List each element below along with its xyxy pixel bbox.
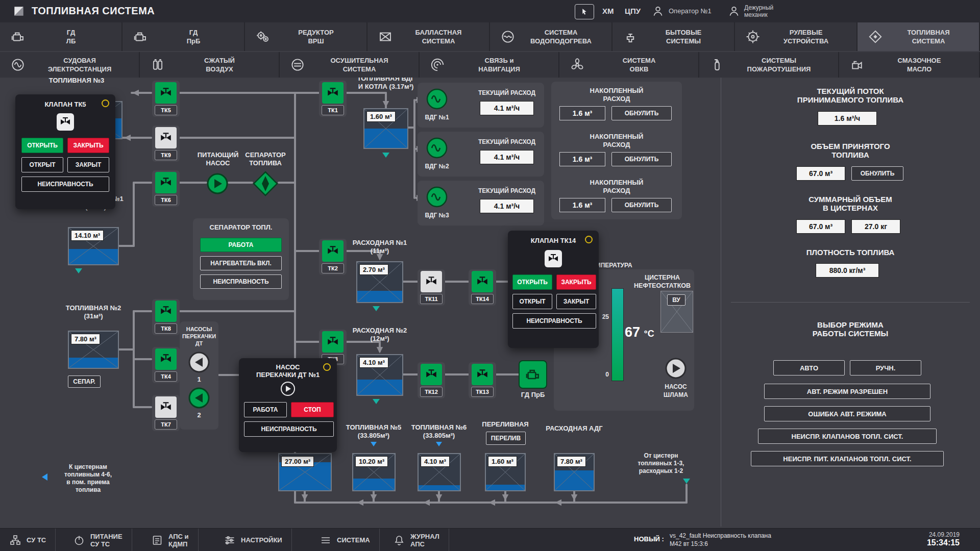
tab-power-plant[interactable]: СУДОВАЯЭЛЕКТРОСТАНЦИЯ [0, 52, 140, 78]
reset-button[interactable]: ОБНУЛИТЬ [611, 106, 672, 120]
cpu-indicator[interactable]: ЦПУ [625, 7, 641, 15]
flow-label: ТЕКУЩИЙ РАСХОД [474, 187, 540, 195]
tank-service2-value: 4.10 м³ [359, 357, 388, 368]
footer-item-aps-kdmp[interactable]: АПС иКДМП [142, 529, 199, 551]
tank-service2: 4.10 м³ [356, 354, 403, 396]
feed-pump-label: ПИТАЮЩИЙНАСОС [195, 151, 241, 167]
footer-item-su-ts[interactable]: СУ ТС [0, 529, 56, 551]
accumulated2-value: 1.6 м³ [559, 152, 605, 166]
alarm-message[interactable]: vs_42_fault Неисправность клапанаМ42 вт … [670, 532, 771, 548]
footer-item-system[interactable]: СИСТЕМА [310, 529, 380, 551]
valve-label: ТК6 [155, 195, 177, 205]
duty-mechanic-icon [727, 5, 741, 18]
level-arrow-icon [373, 306, 380, 311]
auto-error-indicator: ОШИБКА АВТ. РЕЖИМА [764, 406, 930, 421]
stop-command-button[interactable]: СТОП [291, 402, 334, 417]
from-tanks-note: От цистернтопливных 1-3,расходных 1-2 [628, 452, 694, 475]
page-title: ТОПЛИВНАЯ СИСТЕМА [32, 5, 155, 17]
feed-pump[interactable] [206, 172, 229, 195]
fault-indicator: НЕИСПРАВНОСТЬ [21, 177, 109, 192]
tab-hvac[interactable]: СИСТЕМАОВКВ [559, 52, 699, 78]
run-command-button[interactable]: РАБОТА [244, 402, 287, 417]
fill-arrow-icon [371, 442, 377, 446]
valve-tk4[interactable]: ТК4 [152, 347, 180, 383]
operator-name: Оператор №1 [669, 8, 712, 15]
transfer-pump-2[interactable] [188, 387, 210, 409]
transfer-pump-1[interactable] [188, 351, 210, 373]
close-command-button[interactable]: ЗАКРЫТЬ [556, 274, 596, 290]
main-engine-prb[interactable] [519, 360, 547, 389]
valve-tk13[interactable]: ТК13 [469, 362, 496, 398]
level-arrow-icon [75, 268, 82, 273]
pin-icon[interactable] [102, 99, 109, 107]
engine-icon [10, 29, 26, 44]
valve-closed-icon [421, 271, 442, 292]
menu-icon [320, 534, 332, 546]
tab-steering[interactable]: РУЛЕВЫЕУСТРОЙСТВА [735, 22, 857, 51]
footer-item-power[interactable]: ПИТАНИЕСУ ТС [64, 529, 132, 551]
tab-water-heating[interactable]: СИСТЕМАВОДОПОДОГРЕВА [490, 22, 612, 51]
valve-tk5[interactable]: ТК5 [152, 81, 180, 117]
oil-icon [849, 57, 865, 72]
valve-tk1[interactable]: ТК1 [319, 81, 347, 117]
generator-icon [426, 186, 448, 208]
pin-icon[interactable] [585, 236, 593, 243]
valve-tk8[interactable]: ТК8 [152, 299, 180, 335]
valve-open-icon [155, 82, 177, 104]
valve-tk7[interactable]: ТК7 [152, 395, 180, 431]
valve-tk6[interactable]: ТК6 [152, 170, 180, 207]
ship-wheel-icon [745, 29, 761, 44]
tab-drainage-system[interactable]: ОСУШИТЕЛЬНАЯСИСТЕМА [280, 52, 420, 78]
manual-mode-button[interactable]: РУЧН. [850, 360, 921, 375]
reset-button[interactable]: ОБНУЛИТЬ [611, 152, 672, 166]
cursor-mode-button[interactable] [575, 4, 594, 19]
valve-tk12[interactable]: ТК12 [418, 362, 445, 398]
fuel-separator[interactable] [252, 170, 279, 197]
tab-fuel-system[interactable]: ТОПЛИВНАЯСИСТЕМА [857, 22, 980, 51]
popup-title: КЛАПАН ТК5 [15, 101, 115, 108]
document-icon [151, 534, 163, 546]
sludge-pump[interactable] [665, 357, 687, 380]
tab-comms-navigation[interactable]: СВЯЗЬ иНАВИГАЦИЯ [420, 52, 559, 78]
pump1-number: 1 [180, 375, 218, 384]
tab-gd-prb[interactable]: ГДПрБ [122, 22, 245, 51]
open-command-button[interactable]: ОТКРЫТЬ [512, 274, 552, 290]
fire-extinguisher-icon [709, 57, 725, 72]
transfer-pump1-popup: НАСОСПЕРЕКАЧКИ ДТ №1 РАБОТА СТОП НЕИСПРА… [239, 358, 337, 452]
valve-open-icon [322, 240, 344, 262]
operator-icon [651, 5, 665, 18]
tab-domestic-systems[interactable]: БЫТОВЫЕСИСТЕМЫ [612, 22, 735, 51]
valve-tk9[interactable]: ТК9 [152, 126, 180, 162]
valve-open-icon [421, 364, 442, 385]
received-title: ОБЪЕМ ПРИНЯТОГОТОПЛИВА [721, 142, 980, 159]
vdg1-flow-value: 4.1 м³/ч [480, 101, 534, 115]
feed-valves-fault-indicator: НЕИСПР. ПИТ. КЛАПАНОВ ТОПЛ. СИСТ. [751, 451, 944, 466]
open-command-button[interactable]: ОТКРЫТЬ [21, 138, 63, 153]
tab-reduktor-vrsh[interactable]: РЕДУКТОРВРШ [245, 22, 368, 51]
tab-compressed-air[interactable]: СЖАТЫЙВОЗДУХ [140, 52, 280, 78]
xm-indicator[interactable]: ХМ [602, 7, 614, 15]
reset-button[interactable]: ОБНУЛИТЬ [611, 198, 672, 212]
valve-tk2[interactable]: ТК2 [319, 239, 347, 275]
valve-label: ТК9 [155, 150, 177, 160]
pin-icon[interactable] [323, 363, 331, 371]
valve-label: ТК13 [471, 387, 494, 397]
auto-mode-button[interactable]: АВТО [773, 360, 845, 375]
footer-item-alarm-log[interactable]: ЖУРНАЛАПС [384, 529, 449, 551]
bottom-bar: СУ ТС ПИТАНИЕСУ ТС АПС иКДМП НАСТРОЙКИ С… [0, 528, 980, 551]
nav-row-1: ГДЛБ ГДПрБ РЕДУКТОРВРШ БАЛЛАСТНАЯСИСТЕМА… [0, 22, 980, 51]
tab-fire-fighting[interactable]: СИСТЕМЫПОЖАРОТУШЕНИЯ [699, 52, 839, 78]
reset-received-button[interactable]: ОБНУЛИТЬ [851, 166, 903, 181]
close-command-button[interactable]: ЗАКРЫТЬ [67, 138, 109, 153]
vdg3-panel: ВДГ №3 ТЕКУЩИЙ РАСХОД 4.1 м³/ч [418, 181, 544, 226]
vu-unit: ВУ [660, 291, 693, 333]
tank-vdg: 1.60 м³ [363, 108, 408, 149]
valve-tk14[interactable]: ТК14 [469, 269, 496, 306]
valve-tk11[interactable]: ТК11 [418, 269, 445, 306]
footer-item-settings[interactable]: НАСТРОЙКИ [214, 529, 292, 551]
cursor-icon [580, 7, 589, 16]
tab-gd-lb[interactable]: ГДЛБ [0, 22, 122, 51]
tab-lube-oil[interactable]: СМАЗОЧНОЕМАСЛО [839, 52, 980, 78]
tab-ballast-system[interactable]: БАЛЛАСТНАЯСИСТЕМА [368, 22, 490, 51]
valve-label: ТК12 [420, 387, 443, 397]
